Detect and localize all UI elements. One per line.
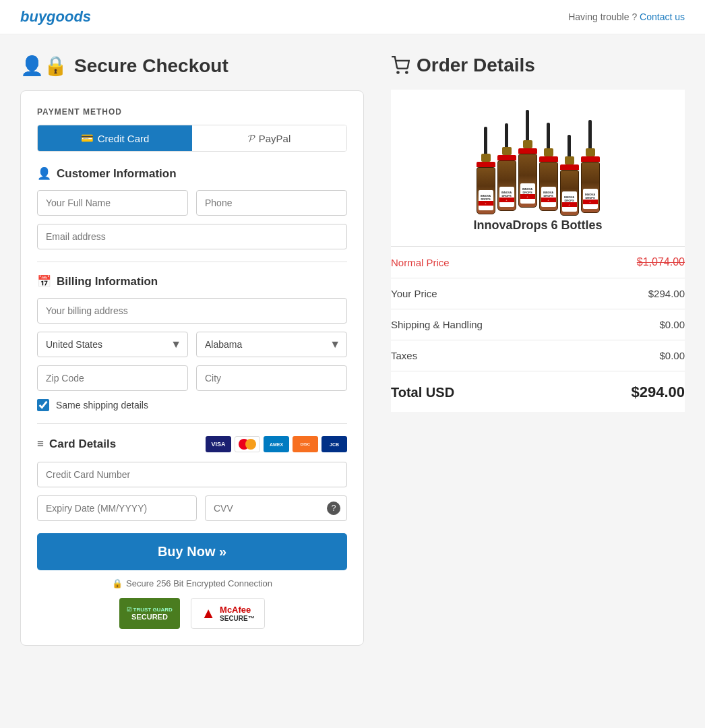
- phone-input[interactable]: [196, 190, 347, 216]
- card-details-title: ≡ Card Details: [37, 437, 116, 451]
- bottle-4: INNOVADROPS +: [539, 123, 558, 211]
- order-section-title: Order Details: [391, 55, 685, 76]
- country-select-wrapper: United States Canada United Kingdom ▼: [37, 332, 188, 357]
- norton-badge: ☑ TRUST GUARD SECURED: [119, 598, 180, 629]
- your-price-value: $294.00: [648, 288, 685, 299]
- bottle-6: INNOVADROPS +: [581, 120, 600, 213]
- taxes-label: Taxes: [391, 350, 417, 361]
- amex-icon: AMEX: [264, 436, 289, 452]
- expiry-cvv-row: ?: [37, 495, 347, 521]
- lock-icon: 🔒: [112, 578, 123, 588]
- normal-price-row: Normal Price $1,074.00: [391, 247, 685, 278]
- product-bottles: INNOVADROPS + INNOVADROPS +: [470, 96, 607, 208]
- credit-card-tab-label: Credit Card: [98, 133, 150, 144]
- bottle-3: INNOVADROPS +: [518, 110, 537, 208]
- tab-credit-card[interactable]: 💳 Credit Card: [38, 125, 192, 151]
- same-shipping-checkbox[interactable]: [37, 399, 49, 411]
- order-title: Order Details: [417, 55, 535, 76]
- cvv-help-icon[interactable]: ?: [327, 502, 340, 515]
- checkout-section-title: 👤🔒 Secure Checkout: [20, 55, 364, 77]
- taxes-value: $0.00: [659, 350, 685, 361]
- billing-info-title: 📅 Billing Information: [37, 274, 347, 289]
- product-name: InnovaDrops 6 Bottles: [391, 218, 685, 233]
- header-right: Having trouble ? Contact us: [568, 11, 685, 22]
- payment-method-label: PAYMENT METHOD: [37, 107, 347, 117]
- name-phone-row: [37, 190, 347, 216]
- header: buygoods Having trouble ? Contact us: [0, 0, 705, 34]
- card-number-input[interactable]: [37, 462, 347, 487]
- mcafee-logo-icon: ▲: [201, 605, 216, 622]
- credit-card-icon: 💳: [81, 132, 94, 144]
- same-shipping-label: Same shipping details: [56, 400, 148, 411]
- taxes-row: Taxes $0.00: [391, 340, 685, 371]
- logo: buygoods: [20, 8, 91, 26]
- customer-info-title: 👤 Customer Information: [37, 166, 347, 181]
- bottle-5: INNOVADROPS +: [560, 135, 579, 216]
- divider-1: [37, 262, 347, 262]
- logo-text: buygoods: [20, 8, 91, 25]
- left-panel: 👤🔒 Secure Checkout PAYMENT METHOD 💳 Cred…: [20, 55, 364, 646]
- credit-card-details-icon: ≡: [37, 437, 44, 451]
- full-name-input[interactable]: [37, 190, 188, 216]
- zip-input[interactable]: [37, 365, 188, 391]
- user-lock-icon: 👤🔒: [20, 55, 67, 77]
- main-container: 👤🔒 Secure Checkout PAYMENT METHOD 💳 Cred…: [0, 34, 705, 666]
- right-panel: Order Details INNOVADROPS +: [391, 55, 685, 646]
- card-icons: VISA AMEX DISC JCB: [206, 436, 347, 452]
- mcafee-badge: ▲ McAfee SECURE™: [191, 598, 265, 629]
- svg-point-1: [406, 71, 407, 73]
- contact-link[interactable]: Contact us: [640, 11, 685, 22]
- mastercard-icon: [235, 436, 260, 452]
- buy-now-button[interactable]: Buy Now »: [37, 533, 347, 570]
- country-state-row: United States Canada United Kingdom ▼ Al…: [37, 332, 347, 357]
- checkout-card: PAYMENT METHOD 💳 Credit Card 𝓟 PayPal 👤 …: [20, 90, 364, 646]
- shipping-row: Shipping & Handling $0.00: [391, 309, 685, 340]
- cvv-wrapper: ?: [205, 495, 347, 521]
- address-card-icon: 📅: [37, 274, 51, 289]
- total-label: Total USD: [391, 385, 454, 400]
- shipping-label: Shipping & Handling: [391, 319, 483, 330]
- visa-icon: VISA: [206, 436, 231, 452]
- cvv-input[interactable]: [205, 495, 347, 521]
- zip-city-row: [37, 365, 347, 391]
- email-input[interactable]: [37, 224, 347, 249]
- bottle-1: INNOVADROPS +: [477, 127, 495, 214]
- cart-icon: [391, 56, 410, 75]
- jcb-icon: JCB: [321, 436, 347, 452]
- your-price-row: Your Price $294.00: [391, 278, 685, 309]
- order-card: INNOVADROPS + INNOVADROPS +: [391, 90, 685, 412]
- product-image-area: INNOVADROPS + INNOVADROPS +: [391, 96, 685, 208]
- same-shipping-row: Same shipping details: [37, 399, 347, 411]
- card-details-header: ≡ Card Details VISA AMEX DISC JCB: [37, 436, 347, 452]
- city-input[interactable]: [196, 365, 347, 391]
- billing-address-row: [37, 298, 347, 324]
- bottle-2: INNOVADROPS +: [497, 123, 516, 211]
- state-select-wrapper: Alabama Alaska Arizona California New Yo…: [196, 332, 347, 357]
- shipping-value: $0.00: [659, 319, 685, 330]
- normal-price-label: Normal Price: [391, 257, 450, 268]
- payment-tabs: 💳 Credit Card 𝓟 PayPal: [37, 125, 347, 152]
- secure-text: 🔒 Secure 256 Bit Encrypted Connection: [37, 578, 347, 588]
- normal-price-value: $1,074.00: [637, 256, 685, 268]
- expiry-input[interactable]: [37, 495, 197, 521]
- email-row: [37, 224, 347, 249]
- svg-point-0: [397, 71, 398, 73]
- norton-line1: ☑ TRUST GUARD: [127, 607, 172, 613]
- divider-2: [37, 423, 347, 424]
- country-select[interactable]: United States Canada United Kingdom: [37, 332, 188, 357]
- paypal-icon: 𝓟: [248, 132, 255, 144]
- trust-badges: ☑ TRUST GUARD SECURED ▲ McAfee SECURE™: [37, 598, 347, 629]
- paypal-tab-label: PayPal: [259, 133, 291, 144]
- total-row: Total USD $294.00: [391, 371, 685, 405]
- checkout-title: Secure Checkout: [74, 55, 228, 77]
- total-value: $294.00: [631, 384, 685, 401]
- mcafee-text: McAfee SECURE™: [220, 605, 255, 622]
- tab-paypal[interactable]: 𝓟 PayPal: [192, 125, 346, 151]
- person-icon: 👤: [37, 166, 51, 181]
- norton-line2: SECURED: [131, 613, 168, 621]
- billing-address-input[interactable]: [37, 298, 347, 324]
- trouble-text: Having trouble ?: [568, 11, 637, 22]
- state-select[interactable]: Alabama Alaska Arizona California New Yo…: [196, 332, 347, 357]
- discover-icon: DISC: [293, 436, 318, 452]
- card-number-row: [37, 462, 347, 487]
